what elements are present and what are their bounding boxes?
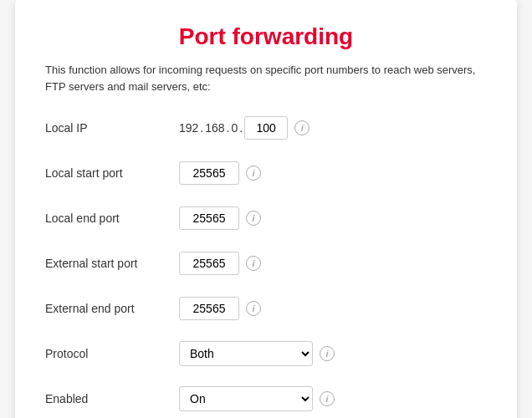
external-start-port-row: External start port i: [45, 248, 487, 278]
enabled-control: On Off i: [179, 386, 335, 411]
local-start-port-info-icon[interactable]: i: [246, 166, 261, 181]
protocol-select[interactable]: Both TCP UDP: [179, 341, 313, 366]
enabled-row: Enabled On Off i: [45, 384, 487, 414]
enabled-label: Enabled: [45, 392, 179, 405]
local-ip-info-icon[interactable]: i: [294, 120, 309, 135]
local-start-port-input[interactable]: [179, 161, 239, 185]
local-end-port-control: i: [179, 206, 261, 230]
external-end-port-info-icon[interactable]: i: [246, 301, 261, 316]
local-ip-row: Local IP 192 . 168 . 0 . i: [45, 113, 487, 143]
ip-prefix-3: 0: [232, 121, 238, 135]
external-start-port-input[interactable]: [179, 252, 239, 275]
local-end-port-row: Local end port i: [45, 203, 487, 233]
local-start-port-label: Local start port: [45, 166, 179, 180]
external-end-port-input[interactable]: [179, 297, 239, 320]
external-start-port-label: External start port: [45, 257, 179, 270]
protocol-info-icon[interactable]: i: [320, 346, 335, 361]
port-forwarding-card: Port forwarding This function allows for…: [15, 0, 517, 418]
external-end-port-control: i: [179, 297, 261, 320]
local-start-port-row: Local start port i: [45, 158, 487, 188]
local-start-port-control: i: [179, 161, 261, 185]
local-end-port-input[interactable]: [179, 206, 239, 230]
enabled-select[interactable]: On Off: [179, 386, 313, 411]
external-end-port-label: External end port: [45, 302, 179, 315]
local-ip-control: 192 . 168 . 0 . i: [179, 116, 309, 140]
page-description: This function allows for incoming reques…: [45, 62, 487, 94]
local-ip-label: Local IP: [45, 121, 179, 135]
page-title: Port forwarding: [45, 23, 487, 50]
external-end-port-row: External end port i: [45, 293, 487, 324]
ip-last-octet-input[interactable]: [244, 116, 288, 140]
local-end-port-info-icon[interactable]: i: [246, 211, 261, 226]
protocol-control: Both TCP UDP i: [179, 341, 335, 366]
ip-prefix-2: 168: [205, 121, 224, 135]
protocol-row: Protocol Both TCP UDP i: [45, 339, 487, 369]
external-start-port-control: i: [179, 252, 261, 275]
ip-group: 192 . 168 . 0 .: [179, 116, 288, 140]
local-end-port-label: Local end port: [45, 212, 179, 225]
external-start-port-info-icon[interactable]: i: [246, 256, 261, 271]
enabled-info-icon[interactable]: i: [320, 391, 335, 406]
protocol-label: Protocol: [45, 347, 179, 360]
ip-prefix-1: 192: [179, 121, 198, 135]
